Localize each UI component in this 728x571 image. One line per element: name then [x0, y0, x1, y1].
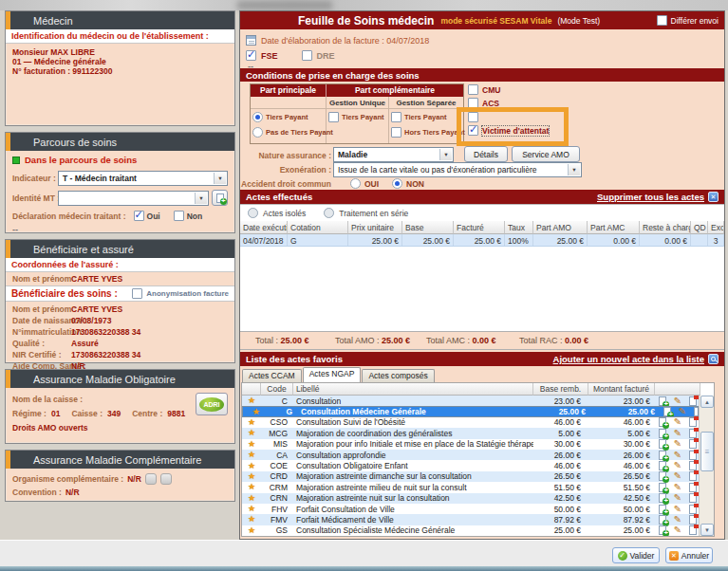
edit-acte-icon[interactable]: ✎: [670, 505, 685, 514]
delete-acte-icon[interactable]: [685, 429, 699, 438]
favorite-star-icon[interactable]: ★: [242, 505, 261, 513]
differer-envoi-checkbox[interactable]: [657, 15, 667, 26]
scroll-up-icon[interactable]: ▲: [700, 396, 714, 408]
fse-checkbox[interactable]: [246, 50, 256, 61]
favoris-row[interactable]: ★FHVForfait Consultation de Ville50.00 €…: [242, 504, 699, 514]
adri-button[interactable]: ADRI: [196, 393, 228, 415]
nature-assurance-select[interactable]: Maladie ▼: [333, 147, 454, 162]
identite-mt-select[interactable]: ▼: [58, 191, 209, 206]
edit-acte-icon[interactable]: ✎: [670, 417, 685, 427]
favorite-star-icon[interactable]: ★: [242, 396, 261, 405]
accident-non-radio[interactable]: [392, 178, 402, 189]
calendar-icon[interactable]: [246, 35, 256, 46]
favorite-star-icon[interactable]: ★: [247, 408, 266, 416]
gs-hors-tiers-payant-checkbox[interactable]: [391, 127, 401, 138]
add-acte-icon[interactable]: [655, 471, 670, 481]
annuler-button[interactable]: ✕ Annuler: [665, 547, 713, 563]
organisme-clear-button[interactable]: [160, 473, 172, 485]
favorite-star-icon[interactable]: ★: [242, 515, 261, 524]
favoris-row[interactable]: ★MISMajoration pour info Initiale et mis…: [242, 439, 699, 450]
favorite-star-icon[interactable]: ★: [242, 472, 261, 481]
add-acte-icon[interactable]: [655, 515, 670, 525]
tiers-payant-radio[interactable]: [252, 112, 263, 122]
declaration-non-checkbox[interactable]: [174, 211, 184, 221]
add-acte-icon[interactable]: [655, 483, 670, 492]
actes-isoles-radio[interactable]: [248, 208, 258, 218]
edit-acte-icon[interactable]: ✎: [670, 429, 685, 438]
favoris-row[interactable]: ★CConsultation23.00 €23.00 €✎: [242, 396, 699, 406]
chevron-down-icon[interactable]: ▼: [195, 193, 207, 204]
favoris-row[interactable]: ★CRDMajoration astreinte dimanche sur la…: [242, 471, 699, 482]
add-acte-icon[interactable]: [655, 439, 670, 449]
delete-acte-icon[interactable]: [685, 439, 699, 449]
details-button[interactable]: Détails: [464, 146, 508, 162]
favoris-row[interactable]: ★CAConsultation approfondie26.00 €26.00 …: [242, 450, 699, 460]
scroll-down-icon[interactable]: ▼: [700, 524, 714, 536]
add-medecin-traitant-button[interactable]: [212, 190, 228, 206]
delete-acte-icon[interactable]: [685, 505, 699, 514]
edit-acte-icon[interactable]: ✎: [670, 515, 685, 525]
add-acte-icon[interactable]: [655, 417, 670, 427]
delete-acte-icon[interactable]: [690, 407, 699, 416]
search-icon[interactable]: [708, 354, 719, 364]
favorite-star-icon[interactable]: ★: [242, 440, 261, 449]
gs-tiers-payant-checkbox[interactable]: [391, 112, 401, 122]
service-amo-button[interactable]: Service AMO: [512, 146, 580, 162]
delete-acte-icon[interactable]: [685, 515, 699, 525]
edit-acte-icon[interactable]: ✎: [670, 471, 685, 481]
cmu-checkbox[interactable]: [468, 84, 478, 95]
favorite-star-icon[interactable]: ★: [242, 494, 261, 503]
chevron-down-icon[interactable]: ▼: [439, 149, 452, 160]
favoris-scrollbar[interactable]: ▲ ≡ ▼: [699, 396, 714, 536]
favorite-star-icon[interactable]: ★: [242, 451, 261, 459]
edit-acte-icon[interactable]: ✎: [670, 439, 685, 449]
edit-acte-icon[interactable]: ✎: [670, 461, 685, 470]
favoris-row[interactable]: ★FMVForfait Médicament de Ville87.92 €87…: [242, 514, 699, 525]
delete-acte-icon[interactable]: [685, 396, 699, 406]
anonymisation-checkbox[interactable]: [132, 288, 142, 299]
add-acte-icon[interactable]: [655, 493, 670, 503]
declaration-oui-checkbox[interactable]: [134, 211, 144, 221]
chevron-down-icon[interactable]: ▼: [214, 173, 226, 184]
scrollbar-thumb[interactable]: ≡: [700, 432, 714, 471]
edit-acte-icon[interactable]: ✎: [670, 451, 685, 460]
favorite-star-icon[interactable]: ★: [242, 526, 261, 535]
add-acte-icon[interactable]: [655, 525, 670, 535]
edit-acte-icon[interactable]: ✎: [670, 483, 685, 492]
victime-attentat-checkbox[interactable]: [468, 125, 478, 136]
valider-button[interactable]: ✓ Valider: [612, 547, 660, 563]
favorite-star-icon[interactable]: ★: [242, 418, 261, 427]
favorite-star-icon[interactable]: ★: [242, 483, 261, 491]
favoris-row[interactable]: ★CRNMajoration astreinte nuit sur la con…: [242, 493, 699, 504]
favoris-row[interactable]: ★CSOConsultation Suivi de l'Obésité46.00…: [242, 417, 699, 428]
pas-tiers-payant-radio[interactable]: [252, 127, 263, 138]
add-acte-icon[interactable]: [655, 461, 670, 470]
chevron-down-icon[interactable]: ▼: [568, 164, 580, 175]
traitement-serie-radio[interactable]: [324, 208, 334, 218]
delete-acte-icon[interactable]: [685, 417, 699, 427]
favoris-row[interactable]: ★COEConsultation Obligatoire Enfant46.00…: [242, 460, 699, 470]
indicateur-select[interactable]: T - Médecin traitant ▼: [58, 171, 228, 186]
exoneration-select[interactable]: Issue de la carte vitale ou pas d'éxonér…: [333, 162, 582, 177]
edit-acte-icon[interactable]: ✎: [670, 525, 685, 535]
add-acte-icon[interactable]: [655, 451, 670, 460]
add-acte-icon[interactable]: [655, 429, 670, 438]
delete-acte-icon[interactable]: [685, 451, 699, 460]
delete-all-icon[interactable]: ✕: [708, 192, 719, 202]
favoris-row[interactable]: ★MCGMajoration de coordination des génér…: [242, 428, 699, 438]
edit-acte-icon[interactable]: ✎: [675, 407, 690, 416]
organisme-search-button[interactable]: [145, 473, 157, 485]
favorite-star-icon[interactable]: ★: [242, 462, 261, 470]
gu-tiers-payant-checkbox[interactable]: [328, 112, 339, 122]
dre-checkbox[interactable]: [302, 50, 312, 61]
delete-acte-icon[interactable]: [685, 483, 699, 492]
favoris-row[interactable]: ★GSConsultation Spécialiste Médecine Gén…: [242, 525, 699, 536]
delete-acte-icon[interactable]: [685, 525, 699, 535]
acte-row-selected[interactable]: 04/07/2018G25.00 €25.00 €25.00 €100%25.0…: [240, 234, 724, 247]
tab-actes-ccam[interactable]: Actes CCAM: [242, 369, 302, 382]
add-acte-icon[interactable]: [655, 505, 670, 514]
accident-oui-radio[interactable]: [350, 178, 361, 189]
delete-acte-icon[interactable]: [685, 471, 699, 481]
favorite-star-icon[interactable]: ★: [242, 429, 261, 437]
edit-acte-icon[interactable]: ✎: [670, 396, 685, 406]
